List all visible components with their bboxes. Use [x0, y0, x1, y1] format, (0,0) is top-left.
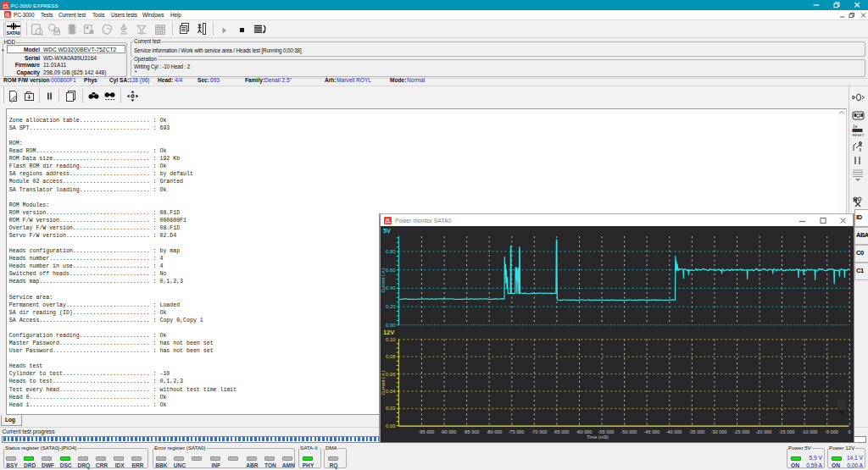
svg-text:0,80: 0,80 [386, 249, 395, 254]
svg-text:-10 000: -10 000 [802, 429, 818, 434]
svg-text:-80 000: -80 000 [487, 429, 503, 434]
svg-text:12V: 12V [383, 329, 394, 336]
svg-text:0: 0 [848, 429, 850, 434]
svg-text:Time (mS): Time (mS) [587, 434, 609, 440]
svg-text:-85 000: -85 000 [464, 429, 480, 434]
svg-text:RESET: RESET [853, 133, 865, 137]
svg-text:-20 000: -20 000 [756, 429, 772, 434]
svg-text:0,08: 0,08 [386, 354, 395, 359]
svg-text:-15 000: -15 000 [779, 429, 795, 434]
svg-text:0,40: 0,40 [386, 285, 395, 290]
svg-text:-25 000: -25 000 [734, 429, 750, 434]
svg-text:-75 000: -75 000 [509, 429, 525, 434]
svg-text:0,02: 0,02 [386, 406, 395, 411]
svg-text:Current ( A ): Current ( A ) [381, 370, 386, 395]
svg-text:-40 000: -40 000 [666, 429, 682, 434]
svg-text:0,04: 0,04 [386, 389, 396, 394]
svg-text:0,10: 0,10 [386, 337, 395, 342]
svg-text:-95 000: -95 000 [419, 429, 435, 434]
svg-text:1a: 1a [853, 124, 858, 129]
svg-text:-55 000: -55 000 [598, 429, 615, 434]
svg-text:-70 000: -70 000 [531, 429, 548, 434]
svg-text:0,00: 0,00 [386, 423, 395, 429]
svg-text:0,06: 0,06 [386, 372, 395, 377]
svg-text:Current ( A ): Current ( A ) [381, 268, 386, 292]
svg-text:5V: 5V [383, 227, 391, 235]
svg-text:-45 000: -45 000 [644, 429, 660, 434]
svg-text:-65 000: -65 000 [554, 429, 570, 434]
svg-text:-5 000: -5 000 [825, 429, 838, 434]
svg-text:-60 000: -60 000 [576, 429, 593, 434]
svg-text:-50 000: -50 000 [621, 429, 637, 434]
svg-text:0,00: 0,00 [386, 323, 395, 328]
svg-text:0,20: 0,20 [386, 304, 395, 309]
svg-text:-90 000: -90 000 [441, 429, 457, 434]
svg-text:-30 000: -30 000 [711, 429, 727, 434]
svg-text:0,60: 0,60 [386, 268, 395, 273]
svg-text:-35 000: -35 000 [689, 429, 705, 434]
